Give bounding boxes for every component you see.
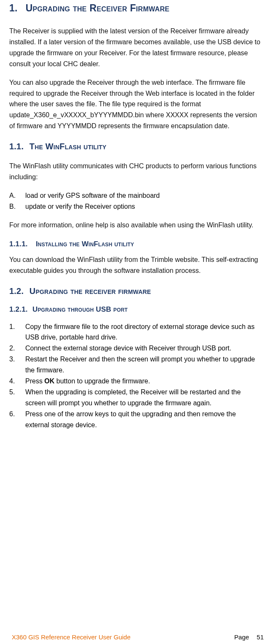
list-item: A. load or verify GPS software of the ma… — [9, 190, 261, 201]
step-pre: Press — [25, 377, 44, 385]
step-text: Copy the firmware file to the root direc… — [25, 321, 261, 343]
step-marker: 6. — [9, 409, 25, 431]
section-1-1-1-number: 1.1.1. — [9, 240, 34, 248]
section-1-1-heading: 1.1. The WinFlash utility — [9, 142, 261, 151]
section-1-2-number: 1.2. — [9, 286, 27, 296]
list-marker: B. — [9, 201, 25, 212]
footer-guide-title: X360 GIS Reference Receiver User Guide — [12, 633, 131, 641]
section-1-1-1-heading: 1.1.1. Installing the WinFlash utility — [9, 240, 261, 248]
section-1-number: 1. — [9, 3, 23, 14]
step-item: 6. Press one of the arrow keys to quit t… — [9, 409, 261, 431]
section-1-1-title: The WinFlash utility — [29, 142, 107, 151]
section-1-2-1-heading: 1.2.1. Upgrading through USB port — [9, 305, 261, 314]
section-1-heading: 1. Upgrading the Receiver Firmware — [9, 0, 261, 14]
step-item: 1. Copy the firmware file to the root di… — [9, 321, 261, 343]
step-text: Connect the external storage device with… — [25, 343, 261, 354]
list-text: update or verify the Receiver options — [25, 201, 261, 212]
para-winflash-intro: The WinFlash utility communicates with C… — [9, 161, 261, 183]
list-ab: A. load or verify GPS software of the ma… — [9, 190, 261, 212]
step-marker: 3. — [9, 354, 25, 376]
section-1-2-heading: 1.2. Upgrading the receiver firmware — [9, 286, 261, 296]
section-1-2-1-title: Upgrading through USB port — [32, 305, 128, 313]
para-winflash-more: For more information, online help is als… — [9, 220, 261, 231]
ordered-steps: 1. Copy the firmware file to the root di… — [9, 321, 261, 431]
section-1-2-title: Upgrading the receiver firmware — [29, 286, 151, 296]
para-intro-1: The Receiver is supplied with the latest… — [9, 26, 261, 70]
section-1-1-1-title: Installing the WinFlash utility — [36, 240, 134, 248]
step-marker: 2. — [9, 343, 25, 354]
footer-page-label: Page — [234, 633, 249, 641]
step-bold: OK — [44, 377, 54, 385]
step-text: When the upgrading is completed, the Rec… — [25, 387, 261, 409]
para-intro-2: You can also upgrade the Receiver throug… — [9, 77, 261, 132]
list-item: B. update or verify the Receiver options — [9, 201, 261, 212]
step-post: button to upgrade the firmware. — [54, 377, 150, 385]
section-1-title: Upgrading the Receiver Firmware — [26, 3, 170, 13]
list-marker: A. — [9, 190, 25, 201]
step-text: Press one of the arrow keys to quit the … — [25, 409, 261, 431]
step-marker: 4. — [9, 376, 25, 387]
step-item: 3. Restart the Receiver and then the scr… — [9, 354, 261, 376]
step-text: Press OK button to upgrade the firmware. — [25, 376, 261, 387]
section-1-1-number: 1.1. — [9, 142, 27, 151]
step-item: 5. When the upgrading is completed, the … — [9, 387, 261, 409]
section-1-2-1-number: 1.2.1. — [9, 305, 30, 314]
para-install-winflash: You can download the WinFlash utility fr… — [9, 254, 261, 276]
step-marker: 5. — [9, 387, 25, 409]
footer-page-number: 51 — [257, 633, 264, 641]
footer-page: Page 51 — [234, 633, 264, 641]
list-text: load or verify GPS software of the mainb… — [25, 190, 261, 201]
step-item: 4. Press OK button to upgrade the firmwa… — [9, 376, 261, 387]
step-marker: 1. — [9, 321, 25, 343]
step-text: Restart the Receiver and then the screen… — [25, 354, 261, 376]
page-footer: X360 GIS Reference Receiver User Guide P… — [12, 633, 264, 641]
step-item: 2. Connect the external storage device w… — [9, 343, 261, 354]
